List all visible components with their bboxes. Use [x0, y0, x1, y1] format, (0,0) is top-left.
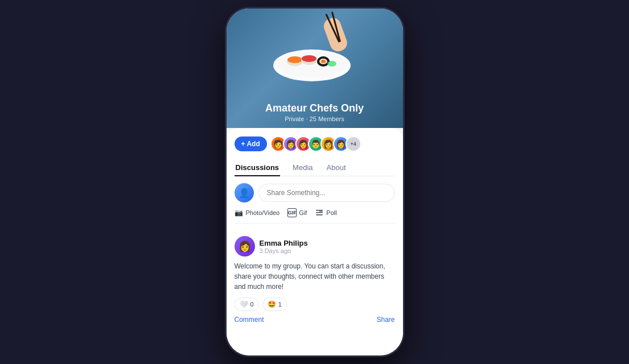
heart-emoji: 🤍 — [240, 300, 248, 308]
share-button[interactable]: Share — [376, 316, 394, 324]
reactions-row: 🤍 0 🤩 1 — [235, 297, 395, 311]
reaction-star-button[interactable]: 🤩 1 — [262, 297, 287, 311]
heart-count: 0 — [250, 301, 254, 308]
svg-point-8 — [302, 55, 316, 62]
post-actions: Comment Share — [235, 316, 395, 324]
svg-point-6 — [287, 56, 302, 63]
svg-rect-15 — [316, 214, 323, 216]
white-card: + Add 🧑 👩 👩 👨 👩 — [227, 128, 403, 355]
reaction-heart-button[interactable]: 🤍 0 — [235, 297, 259, 311]
star-count: 1 — [278, 301, 282, 308]
members-row: + Add 🧑 👩 👩 👨 👩 — [235, 136, 395, 152]
poll-icon — [315, 208, 324, 217]
hero-section: Amateur Chefs Only Private · 25 Members — [227, 9, 403, 128]
gif-action[interactable]: GIF Gif — [287, 208, 307, 217]
camera-icon: 📷 — [235, 208, 244, 217]
star-emoji: 🤩 — [268, 300, 276, 308]
share-input[interactable] — [258, 184, 395, 202]
content-section: + Add 🧑 👩 👩 👨 👩 — [227, 128, 403, 355]
poll-action[interactable]: Poll — [315, 208, 336, 217]
post-author-avatar: 👩 — [235, 236, 255, 257]
post-card: 👩 Emma Philips 3 Days ago Welcome to my … — [235, 230, 395, 329]
tab-discussions[interactable]: Discussions — [235, 160, 281, 176]
group-meta: Private · 25 Members — [227, 115, 403, 122]
post-author-name: Emma Philips — [260, 239, 308, 247]
gif-icon: GIF — [287, 208, 297, 217]
svg-point-11 — [321, 60, 326, 63]
post-author-info: Emma Philips 3 Days ago — [260, 239, 308, 254]
comment-button[interactable]: Comment — [235, 316, 264, 324]
add-member-button[interactable]: + Add — [235, 136, 267, 151]
group-name: Amateur Chefs Only — [227, 102, 403, 114]
svg-rect-14 — [316, 212, 323, 213]
photo-video-action[interactable]: 📷 Photo/Video — [235, 208, 280, 217]
phone-frame: Amateur Chefs Only Private · 25 Members … — [227, 9, 403, 355]
hero-text: Amateur Chefs Only Private · 25 Members — [227, 102, 403, 122]
post-time: 3 Days ago — [260, 247, 308, 254]
member-count-badge: +4 — [346, 136, 361, 152]
hero-image — [264, 11, 366, 85]
tab-about[interactable]: About — [326, 160, 347, 176]
post-content: Welcome to my group. You can start a dis… — [235, 261, 395, 292]
svg-rect-16 — [319, 211, 323, 212]
tab-media[interactable]: Media — [291, 160, 314, 176]
member-avatars: 🧑 👩 👩 👨 👩 👩 — [270, 136, 361, 152]
post-header: 👩 Emma Philips 3 Days ago — [235, 236, 395, 257]
share-row: 👤 — [235, 183, 395, 202]
tabs: Discussions Media About — [235, 160, 395, 176]
svg-rect-13 — [316, 210, 323, 211]
svg-point-12 — [327, 61, 336, 67]
current-user-avatar: 👤 — [235, 183, 254, 202]
media-actions: 📷 Photo/Video GIF Gif — [235, 208, 395, 224]
